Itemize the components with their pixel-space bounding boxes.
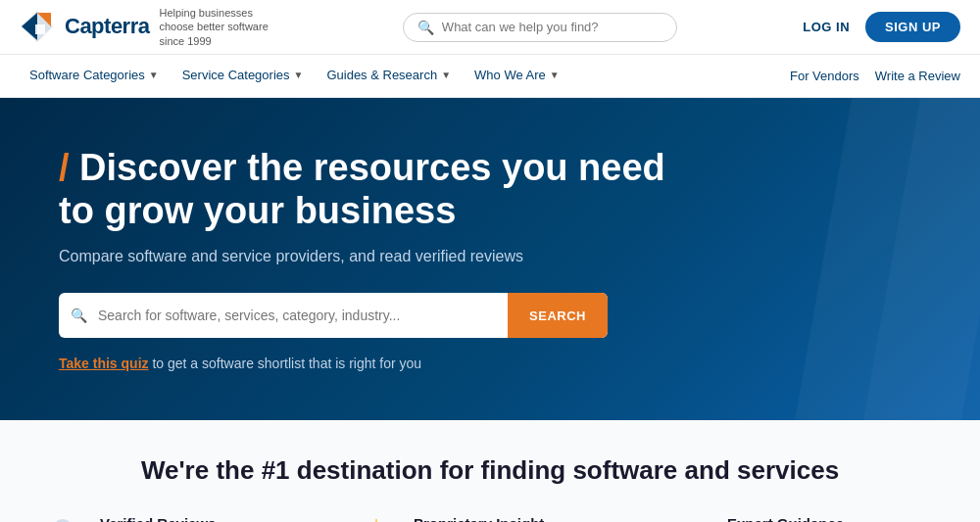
feature-expert-guidance-text: Expert Guidance Personalized software re… (727, 515, 941, 522)
svg-marker-2 (22, 13, 37, 40)
signup-button[interactable]: SIGN UP (865, 12, 960, 42)
hero-content: / Discover the resources you need to gro… (59, 147, 686, 371)
hero-title: / Discover the resources you need to gro… (59, 147, 686, 232)
expert-guidance-icon (666, 515, 713, 522)
hero-quiz-line: Take this quiz to get a software shortli… (59, 356, 686, 371)
hero-search-input[interactable] (59, 308, 508, 323)
login-button[interactable]: LOG IN (803, 20, 850, 34)
for-vendors-link[interactable]: For Vendors (790, 69, 859, 83)
feature-proprietary-insight-text: Proprietary Insight 500+ Capterra Shortl… (414, 515, 603, 522)
feature-expert-guidance: Expert Guidance Personalized software re… (666, 515, 941, 522)
nav-item-service-categories[interactable]: Service Categories ▼ (172, 55, 314, 98)
hero-title-accent: / (59, 147, 70, 188)
header-actions: LOG IN SIGN UP (803, 12, 960, 42)
write-review-link[interactable]: Write a Review (875, 69, 960, 83)
chevron-down-icon: ▼ (550, 70, 560, 80)
feature-proprietary-insight: Proprietary Insight 500+ Capterra Shortl… (353, 515, 627, 522)
nav-left: Software Categories ▼ Service Categories… (20, 55, 790, 98)
hero-search-button[interactable]: SEARCH (508, 293, 608, 338)
svg-rect-3 (35, 24, 45, 34)
header-search-box[interactable]: 🔍 (403, 13, 677, 42)
nav-item-who-we-are[interactable]: Who We Are ▼ (465, 55, 569, 98)
logo-tagline: Helping businesses choose better softwar… (159, 6, 276, 48)
proprietary-insight-icon (353, 515, 400, 522)
bottom-title: We're the #1 destination for finding sof… (39, 455, 941, 486)
verified-reviews-icon (39, 515, 86, 522)
header-search-input[interactable] (442, 20, 662, 34)
hero-subtitle: Compare software and service providers, … (59, 248, 686, 265)
chevron-down-icon: ▼ (294, 70, 304, 80)
logo-text: Capterra (65, 14, 149, 39)
chevron-down-icon: ▼ (149, 70, 159, 80)
nav-right: For Vendors Write a Review (790, 69, 960, 83)
header-search-icon: 🔍 (417, 20, 434, 35)
logo-area[interactable]: Capterra Helping businesses choose bette… (20, 6, 276, 48)
hero-section: / Discover the resources you need to gro… (0, 98, 980, 420)
capterra-logo-icon (20, 9, 55, 44)
site-header: Capterra Helping businesses choose bette… (0, 0, 980, 55)
quiz-link[interactable]: Take this quiz (59, 356, 149, 371)
header-search-area: 🔍 (276, 13, 803, 42)
main-nav: Software Categories ▼ Service Categories… (0, 55, 980, 98)
feature-verified-reviews: Verified Reviews 2 million verified revi… (39, 515, 314, 522)
features-row: Verified Reviews 2 million verified revi… (39, 515, 941, 522)
bottom-section: We're the #1 destination for finding sof… (0, 420, 980, 522)
chevron-down-icon: ▼ (441, 70, 451, 80)
nav-item-software-categories[interactable]: Software Categories ▼ (20, 55, 169, 98)
feature-verified-reviews-text: Verified Reviews 2 million verified revi… (100, 515, 309, 522)
hero-decoration (686, 98, 980, 420)
hero-search-wrapper[interactable]: 🔍 (59, 308, 508, 323)
hero-search-bar: 🔍 SEARCH (59, 293, 608, 338)
nav-item-guides-research[interactable]: Guides & Research ▼ (317, 55, 461, 98)
